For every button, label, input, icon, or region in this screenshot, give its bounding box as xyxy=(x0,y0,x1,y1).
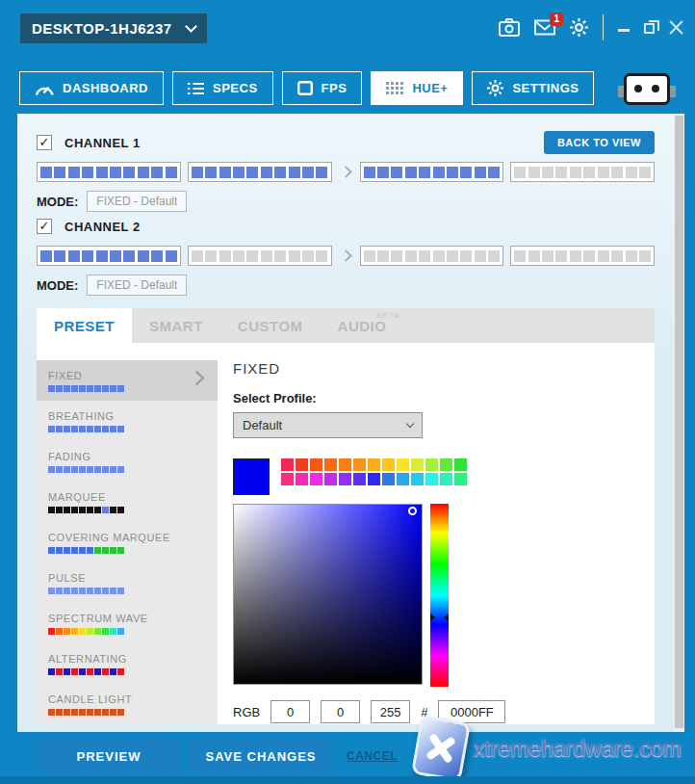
palette-swatch[interactable] xyxy=(411,458,424,471)
palette-swatch[interactable] xyxy=(281,458,294,471)
led-square xyxy=(542,167,553,178)
led-strip[interactable] xyxy=(510,246,655,266)
palette-swatch[interactable] xyxy=(454,473,467,485)
rgb-b-input[interactable] xyxy=(371,700,410,723)
led-strip[interactable] xyxy=(37,162,181,182)
channel-checkbox[interactable]: ✓ xyxy=(37,219,52,234)
mode-led-square xyxy=(56,507,63,513)
palette-swatch[interactable] xyxy=(454,458,467,471)
rgb-g-input[interactable] xyxy=(321,700,360,723)
palette-swatch[interactable] xyxy=(425,473,438,485)
beta-badge: BETA xyxy=(376,311,399,320)
back-to-view-button[interactable]: BACK TO VIEW xyxy=(544,131,655,154)
palette-swatch[interactable] xyxy=(397,458,409,471)
channel-checkbox[interactable]: ✓ xyxy=(37,135,52,150)
hue-device-icon[interactable] xyxy=(624,73,670,105)
mode-item-breathing[interactable]: BREATHING xyxy=(37,401,218,441)
led-strip[interactable] xyxy=(360,162,504,182)
palette-swatch[interactable] xyxy=(310,458,322,471)
mode-item-fixed[interactable]: FIXED xyxy=(37,360,218,401)
tab-settings[interactable]: SETTINGS xyxy=(472,71,594,105)
mode-led-square xyxy=(56,547,63,554)
palette-swatch[interactable] xyxy=(382,458,395,471)
mode-item-alternating[interactable]: ALTERNATING xyxy=(37,643,218,684)
palette-swatch[interactable] xyxy=(397,473,409,485)
palette-swatch[interactable] xyxy=(368,473,380,485)
led-strip[interactable] xyxy=(510,162,655,182)
cancel-link[interactable]: CANCEL xyxy=(347,749,398,763)
hue-slider[interactable] xyxy=(430,504,449,687)
palette-swatch[interactable] xyxy=(296,458,308,471)
led-square xyxy=(316,167,327,178)
palette-swatch[interactable] xyxy=(281,473,294,485)
palette-swatch[interactable] xyxy=(353,458,366,471)
palette-swatch[interactable] xyxy=(296,473,308,485)
tab-specs[interactable]: SPECS xyxy=(172,71,273,105)
led-square xyxy=(528,250,540,262)
mode-item-fading[interactable]: FADING xyxy=(37,441,218,482)
mode-item-marquee[interactable]: MARQUEE xyxy=(37,482,218,522)
led-square xyxy=(377,167,389,178)
palette-swatch[interactable] xyxy=(440,458,452,471)
rgb-label: RGB xyxy=(233,705,260,719)
palette-swatch[interactable] xyxy=(382,473,395,485)
preset-tab-custom[interactable]: CUSTOM xyxy=(220,308,321,343)
mode-led-square xyxy=(87,385,93,392)
palette-swatch[interactable] xyxy=(339,473,351,485)
led-square xyxy=(192,250,203,262)
device-tab-left xyxy=(618,86,624,97)
mode-led-square xyxy=(87,507,93,513)
led-square xyxy=(528,167,540,178)
palette-swatch[interactable] xyxy=(440,473,452,485)
led-square xyxy=(555,167,567,178)
picker-cursor[interactable] xyxy=(408,507,417,515)
mode-item-covering-marquee[interactable]: COVERING MARQUEE xyxy=(37,522,218,562)
preset-tab-preset[interactable]: PRESET xyxy=(37,308,132,343)
palette-swatch[interactable] xyxy=(425,458,438,471)
tab-hue[interactable]: HUE+ xyxy=(371,71,463,105)
device-selector[interactable]: DESKTOP-1HJ6237 xyxy=(19,13,208,44)
palette-swatch[interactable] xyxy=(339,458,351,471)
save-changes-button[interactable]: SAVE CHANGES xyxy=(189,738,333,774)
minimize-icon[interactable] xyxy=(618,29,630,32)
profile-select[interactable]: Default xyxy=(233,412,423,438)
palette-swatch[interactable] xyxy=(310,473,322,485)
scrollbar-thumb[interactable] xyxy=(675,116,683,728)
led-square xyxy=(261,167,272,178)
gear-icon[interactable] xyxy=(570,18,588,37)
camera-icon[interactable] xyxy=(499,18,520,37)
hue-slider-marker[interactable] xyxy=(444,614,449,621)
led-strip[interactable] xyxy=(360,246,504,266)
mode-item-pulse[interactable]: PULSE xyxy=(37,562,218,603)
close-icon[interactable] xyxy=(669,20,683,35)
mode-item-spectrum-wave[interactable]: SPECTRUM WAVE xyxy=(37,603,218,643)
led-strip[interactable] xyxy=(188,162,332,182)
led-strip[interactable] xyxy=(37,246,181,266)
mode-item-candle-light[interactable]: CANDLE LIGHT xyxy=(37,684,218,724)
mode-led-square xyxy=(102,426,109,432)
rgb-r-input[interactable] xyxy=(270,700,310,723)
mode-led-square xyxy=(102,588,109,594)
preview-button[interactable]: PREVIEW xyxy=(37,738,181,774)
palette-swatch[interactable] xyxy=(368,458,380,471)
palette-swatch[interactable] xyxy=(324,458,337,471)
hue-slider-marker[interactable] xyxy=(430,614,435,621)
palette-swatch[interactable] xyxy=(353,473,366,485)
preset-tab-audio[interactable]: AUDIOBETA xyxy=(321,308,404,343)
preset-tab-smart[interactable]: SMART xyxy=(132,308,220,343)
mode-led-square xyxy=(64,385,70,392)
chevron-down-icon xyxy=(185,20,197,33)
led-square xyxy=(460,167,472,178)
restore-icon[interactable] xyxy=(644,23,655,34)
saturation-value-picker[interactable] xyxy=(233,504,423,685)
led-strip[interactable] xyxy=(188,246,332,266)
mode-led-square xyxy=(117,507,124,513)
led-square xyxy=(570,167,581,178)
led-square xyxy=(110,167,121,178)
tab-dashboard[interactable]: DASHBOARD xyxy=(19,71,164,105)
led-square xyxy=(261,250,272,262)
mail-icon[interactable]: 1 xyxy=(534,19,555,36)
palette-swatch[interactable] xyxy=(324,473,337,485)
tab-fps[interactable]: FPS xyxy=(282,71,363,105)
palette-swatch[interactable] xyxy=(411,473,424,485)
